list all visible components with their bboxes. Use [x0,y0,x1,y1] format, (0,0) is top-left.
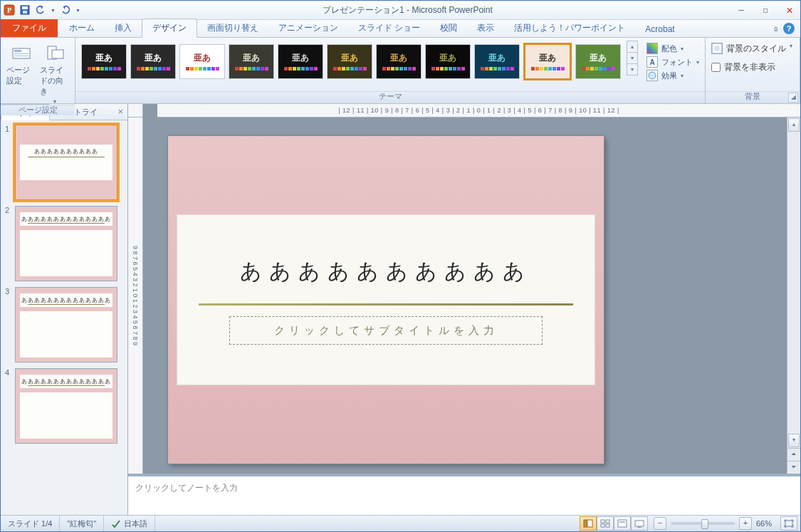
help-icon[interactable]: ? [783,23,795,34]
theme-thumb-7[interactable]: 亜あ [425,44,471,79]
zoom-fit-button[interactable] [780,516,797,531]
theme-gallery: 亜あ亜あ亜あ亜あ亜あ亜あ亜あ亜あ亜あ亜あ亜あ [81,41,621,82]
tab-slideshow[interactable]: スライド ショー [348,19,430,37]
undo-drop-icon[interactable]: ▼ [51,8,56,13]
background-styles-button[interactable]: 背景のスタイル▾ [711,41,792,55]
slide-thumb-1[interactable]: ああああああああああ [15,125,117,200]
status-slide-count: スライド 1/4 [1,516,60,531]
svg-rect-14 [584,520,587,527]
maximize-button[interactable]: ☐ [759,5,772,15]
theme-scroll-up[interactable]: ▴ [627,41,637,53]
tab-addin[interactable]: 活用しよう！パワーポイント [504,19,635,37]
svg-point-13 [714,46,720,51]
tab-file[interactable]: ファイル [1,19,58,37]
tab-view[interactable]: 表示 [467,19,504,37]
theme-effects-button[interactable]: 効果▾ [646,70,699,81]
theme-thumb-0[interactable]: 亜あ [81,44,127,79]
svg-point-11 [649,72,656,79]
next-slide-button[interactable]: ⏷ [787,461,800,474]
thumb-number: 1 [5,125,12,133]
view-slideshow-button[interactable] [631,516,648,531]
zoom-in-button[interactable]: + [739,517,752,530]
theme-fonts-button[interactable]: A フォント▾ [646,56,699,68]
theme-thumb-4[interactable]: 亜あ [278,44,323,79]
vertical-scrollbar[interactable]: ▴ ▾ ⏶ ⏷ [787,118,800,474]
tab-acrobat[interactable]: Acrobat [635,21,684,37]
svg-rect-4 [23,11,27,14]
svg-rect-7 [14,53,28,54]
svg-rect-16 [601,520,604,523]
view-normal-button[interactable] [580,516,597,531]
svg-rect-23 [785,521,792,526]
slide-canvas[interactable]: ああああああああああ クリックしてサブタイトルを入力 [168,136,604,464]
spellcheck-icon [111,518,121,528]
qat-drop-icon[interactable]: ▼ [75,8,80,13]
svg-rect-19 [606,524,609,527]
tab-insert[interactable]: 挿入 [105,19,142,37]
thumb-number: 3 [5,287,12,296]
svg-rect-10 [52,50,63,58]
save-icon[interactable] [19,4,31,16]
slide-divider [199,303,573,306]
slide-subtitle-placeholder[interactable]: クリックしてサブタイトルを入力 [229,316,543,345]
vertical-ruler: 9 8 7 6 5 4 3 2 1 0 1 2 3 4 5 6 7 8 9 [128,118,143,474]
ribbon: ページ設定 スライドの向き ▾ ページ設定 亜あ亜あ亜あ亜あ亜あ亜あ亜あ亜あ亜あ… [1,38,800,104]
scroll-down-button[interactable]: ▾ [788,434,800,447]
zoom-slider[interactable] [671,522,735,525]
ribbon-collapse-icon[interactable]: ۵ [774,25,778,33]
group-themes-label: テーマ [75,91,705,103]
slide-orientation-button[interactable]: スライドの向き ▾ [40,41,69,105]
tab-transitions[interactable]: 画面切り替え [197,19,268,37]
redo-icon[interactable] [60,4,71,16]
theme-colors-button[interactable]: 配色▾ [646,43,699,54]
theme-thumb-3[interactable]: 亜あ [229,44,274,79]
svg-rect-15 [587,520,592,527]
theme-thumb-6[interactable]: 亜あ [376,44,422,79]
svg-rect-18 [601,524,604,527]
theme-thumb-5[interactable]: 亜あ [327,44,372,79]
notes-pane[interactable]: クリックしてノートを入力 [128,474,800,515]
minimize-button[interactable]: — [735,5,748,15]
panel-close-icon[interactable]: × [113,104,127,120]
svg-rect-3 [22,6,28,9]
page-setup-label: ページ設定 [6,65,36,86]
undo-icon[interactable] [35,4,46,16]
window-title: プレゼンテーション1 - Microsoft PowerPoint [80,4,735,16]
group-background-label: 背景◢ [706,91,800,103]
theme-thumb-10[interactable]: 亜あ [575,44,621,79]
theme-thumb-2[interactable]: 亜あ [179,44,225,79]
tab-review[interactable]: 校閲 [430,19,467,37]
slide-thumb-4[interactable]: ああああああああああああああ [15,368,117,444]
scroll-up-button[interactable]: ▴ [788,118,800,132]
page-setup-button[interactable]: ページ設定 [6,41,36,86]
tab-design[interactable]: デザイン [142,19,197,38]
view-sorter-button[interactable] [597,516,614,531]
background-styles-label: 背景のスタイル [726,43,786,55]
slide-thumb-3[interactable]: ああああああああああああああ [15,287,117,363]
tab-home[interactable]: ホーム [59,19,105,37]
thumb-number: 2 [5,206,12,214]
zoom-percent[interactable]: 66% [756,519,772,528]
theme-scroll-down[interactable]: ▾ [627,53,637,64]
status-bar: スライド 1/4 "紅梅匂" 日本語 − + 66% [1,515,800,531]
slide-content-sheet [177,214,595,385]
status-language[interactable]: 日本語 [104,516,155,531]
close-button[interactable]: ✕ [783,4,796,16]
hide-background-checkbox[interactable]: 背景を非表示 [711,59,775,73]
svg-rect-6 [14,50,21,52]
theme-thumb-9[interactable]: 亜あ [523,43,572,80]
view-reading-button[interactable] [614,516,631,531]
tab-animations[interactable]: アニメーション [268,19,348,37]
theme-gallery-more[interactable]: ▾ [627,64,637,75]
status-theme-name: "紅梅匂" [60,516,104,531]
group-pagesetup-label: ページ設定 [1,105,75,115]
slide-thumb-2[interactable]: ああああああああああああああ [15,206,117,281]
zoom-out-button[interactable]: − [654,517,666,530]
slide-title[interactable]: ああああああああああ [168,257,604,286]
background-launcher[interactable]: ◢ [788,93,798,103]
slide-stage[interactable]: ああああああああああ クリックしてサブタイトルを入力 [143,118,787,474]
theme-thumb-1[interactable]: 亜あ [130,44,176,79]
prev-slide-button[interactable]: ⏶ [787,448,800,461]
theme-thumb-8[interactable]: 亜あ [474,44,520,79]
svg-rect-8 [14,56,28,56]
